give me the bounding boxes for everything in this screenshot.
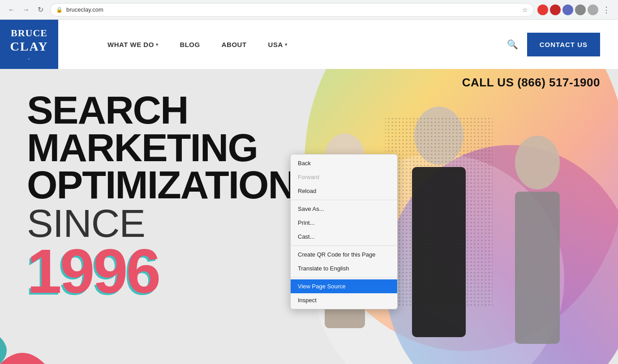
logo-bruce: BRUCE <box>10 27 48 39</box>
context-menu-item-save-as[interactable]: Save As... <box>291 202 397 216</box>
more-menu-button[interactable]: ⋮ <box>600 4 613 16</box>
logo[interactable]: BRUCE CLAY . <box>0 20 58 69</box>
nav-usa[interactable]: USA ▾ <box>268 41 288 48</box>
lock-icon: 🔒 <box>56 7 63 13</box>
chevron-down-icon-2: ▾ <box>285 42 288 47</box>
call-us-text: CALL US (866) 517-1900 <box>462 76 600 90</box>
browser-actions: ⋮ <box>537 4 613 16</box>
logo-dot: . <box>10 54 48 62</box>
url-text: bruceclay.com <box>66 6 519 13</box>
context-menu-separator-2 <box>291 245 397 246</box>
context-menu-item-print[interactable]: Print... <box>291 216 397 230</box>
context-menu-item-qr[interactable]: Create QR Code for this Page <box>291 248 397 261</box>
context-menu-item-cast[interactable]: Cast... <box>291 230 397 244</box>
context-menu-item-back[interactable]: Back <box>291 156 397 170</box>
svg-point-7 <box>515 136 560 189</box>
context-menu-item-view-source[interactable]: View Page Source <box>291 279 397 293</box>
chevron-down-icon: ▾ <box>156 42 159 47</box>
profile-avatar-5[interactable] <box>588 4 598 15</box>
website: BRUCE CLAY . WHAT WE DO ▾ BLOG ABOUT USA… <box>0 20 618 364</box>
search-button[interactable]: 🔍 <box>507 39 518 50</box>
nav-blog[interactable]: BLOG <box>180 41 200 48</box>
svg-rect-9 <box>385 118 493 306</box>
profile-avatar-2[interactable] <box>550 4 561 15</box>
reload-button[interactable]: ↻ <box>34 4 47 16</box>
contact-us-button[interactable]: CONTACT US <box>527 33 600 56</box>
profile-avatar-4[interactable] <box>575 4 586 15</box>
context-menu-separator-3 <box>291 277 397 278</box>
profile-avatar-3[interactable] <box>562 4 573 15</box>
nav-links: WHAT WE DO ▾ BLOG ABOUT USA ▾ <box>107 41 287 48</box>
hero-year-text: 1996 <box>27 236 159 306</box>
nav-what-we-do[interactable]: WHAT WE DO ▾ <box>107 41 158 48</box>
nav-right: 🔍 CONTACT US <box>507 33 600 56</box>
profile-avatar-1[interactable] <box>537 4 548 15</box>
address-bar[interactable]: 🔒 bruceclay.com ☆ <box>50 3 534 17</box>
bookmark-icon[interactable]: ☆ <box>522 6 528 13</box>
context-menu-item-forward: Forward <box>291 170 397 184</box>
context-menu-item-reload[interactable]: Reload <box>291 184 397 198</box>
context-menu-item-translate[interactable]: Translate to English <box>291 261 397 275</box>
corner-decoration <box>0 319 45 364</box>
back-button[interactable]: ← <box>5 4 18 16</box>
browser-chrome: ← → ↻ 🔒 bruceclay.com ☆ ⋮ <box>0 0 618 20</box>
context-menu-separator-1 <box>291 200 397 200</box>
nav-about[interactable]: ABOUT <box>222 41 247 48</box>
forward-button[interactable]: → <box>20 4 32 16</box>
navbar: BRUCE CLAY . WHAT WE DO ▾ BLOG ABOUT USA… <box>0 20 618 69</box>
logo-text: BRUCE CLAY . <box>10 27 48 62</box>
logo-clay: CLAY <box>10 39 48 54</box>
svg-rect-8 <box>515 192 560 344</box>
nav-buttons: ← → ↻ <box>5 4 47 16</box>
context-menu[interactable]: Back Forward Reload Save As... Print... … <box>290 154 398 309</box>
context-menu-item-inspect[interactable]: Inspect <box>291 293 397 307</box>
